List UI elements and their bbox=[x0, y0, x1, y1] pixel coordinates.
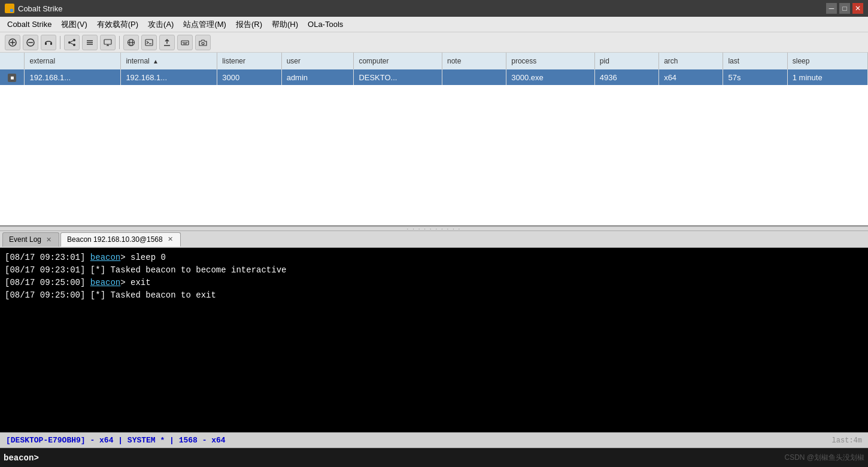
svg-rect-9 bbox=[45, 43, 47, 45]
col-icon bbox=[0, 53, 25, 69]
minimize-button[interactable]: ─ bbox=[826, 3, 837, 14]
beacon-table: external internal ▲ listener user comput… bbox=[0, 53, 868, 85]
headset-button[interactable] bbox=[41, 35, 56, 50]
svg-rect-0 bbox=[6, 5, 9, 8]
add-button[interactable] bbox=[5, 35, 20, 50]
svg-rect-3 bbox=[10, 9, 13, 12]
beacon-table-panel: external internal ▲ listener user comput… bbox=[0, 53, 868, 226]
upload-button[interactable] bbox=[159, 35, 175, 50]
menu-ola-tools[interactable]: OLa-Tools bbox=[304, 19, 347, 30]
row-user: admin bbox=[281, 69, 354, 85]
toolbar bbox=[0, 32, 868, 53]
share-button[interactable] bbox=[64, 35, 80, 50]
col-process[interactable]: process bbox=[506, 53, 595, 69]
console-line-1: [08/17 09:23:01] beacon> sleep 0 bbox=[5, 251, 863, 264]
console-line-3: [08/17 09:25:00] beacon> exit bbox=[5, 277, 863, 289]
tab-event-log-close[interactable]: ✕ bbox=[45, 236, 53, 244]
console-cmd-3: > exit bbox=[120, 278, 150, 287]
svg-rect-29 bbox=[183, 42, 184, 43]
window-controls: ─ □ ✕ bbox=[826, 3, 863, 14]
sort-arrow: ▲ bbox=[153, 58, 159, 65]
sep2 bbox=[119, 36, 120, 49]
tab-beacon-label: Beacon 192.168.10.30@1568 bbox=[67, 235, 163, 244]
title-bar: Cobalt Strike ─ □ ✕ bbox=[0, 0, 868, 17]
main-area: external internal ▲ listener user comput… bbox=[0, 53, 868, 467]
panel-splitter[interactable]: · · · · · · · · · · bbox=[0, 226, 868, 231]
col-arch[interactable]: arch bbox=[659, 53, 723, 69]
title-text: Cobalt Strike bbox=[18, 4, 62, 13]
camera-button[interactable] bbox=[195, 35, 211, 50]
remove-button[interactable] bbox=[23, 35, 38, 50]
svg-line-15 bbox=[71, 43, 73, 44]
menu-bar: Cobalt Strike 视图(V) 有效载荷(P) 攻击(A) 站点管理(M… bbox=[0, 17, 868, 32]
status-bar: [DESKTOP-E79OBH9] - x64 | SYSTEM * | 156… bbox=[0, 432, 868, 448]
maximize-button[interactable]: □ bbox=[839, 3, 850, 14]
row-listener: 3000 bbox=[217, 69, 281, 85]
svg-line-14 bbox=[71, 41, 73, 42]
command-prompt: beacon> bbox=[4, 453, 39, 463]
globe-button[interactable] bbox=[123, 35, 139, 50]
keyboard-button[interactable] bbox=[177, 35, 193, 50]
app-icon bbox=[5, 4, 14, 13]
svg-rect-30 bbox=[184, 42, 186, 43]
list-button[interactable] bbox=[82, 35, 98, 50]
tab-bar: Event Log ✕ Beacon 192.168.10.30@1568 ✕ bbox=[0, 231, 868, 248]
command-bar: beacon> CSDN @划椒鱼头没划椒 bbox=[0, 448, 868, 467]
row-external: 192.168.1... bbox=[25, 69, 121, 85]
title-bar-left: Cobalt Strike bbox=[5, 4, 62, 13]
tab-event-log-label: Event Log bbox=[9, 235, 41, 244]
col-computer[interactable]: computer bbox=[354, 53, 442, 69]
svg-rect-31 bbox=[186, 42, 187, 43]
table-row[interactable]: ■ 192.168.1... 192.168.1... 3000 admin D… bbox=[0, 69, 868, 85]
menu-report[interactable]: 报告(R) bbox=[232, 18, 266, 31]
svg-rect-10 bbox=[50, 43, 52, 45]
console-cmd-1: > sleep 0 bbox=[120, 253, 166, 262]
col-pid[interactable]: pid bbox=[594, 53, 658, 69]
console-line-4: [08/17 09:25:00] [*] Tasked beacon to ex… bbox=[5, 289, 863, 302]
status-right: last:4m bbox=[832, 436, 862, 445]
col-user[interactable]: user bbox=[281, 53, 354, 69]
bottom-panel: Event Log ✕ Beacon 192.168.10.30@1568 ✕ … bbox=[0, 231, 868, 467]
col-internal[interactable]: internal ▲ bbox=[121, 53, 217, 69]
menu-site-management[interactable]: 站点管理(M) bbox=[180, 18, 230, 31]
row-last: 57s bbox=[723, 69, 787, 85]
menu-attack[interactable]: 攻击(A) bbox=[144, 18, 177, 31]
sep1 bbox=[60, 36, 60, 49]
row-icon: ■ bbox=[0, 69, 25, 85]
tab-event-log[interactable]: Event Log ✕ bbox=[2, 232, 59, 247]
menu-view[interactable]: 视图(V) bbox=[57, 18, 90, 31]
monitor-button[interactable] bbox=[100, 35, 116, 50]
row-sleep: 1 minute bbox=[787, 69, 867, 85]
row-pid: 4936 bbox=[594, 69, 658, 85]
command-input[interactable] bbox=[40, 453, 773, 463]
svg-point-13 bbox=[73, 44, 75, 46]
close-button[interactable]: ✕ bbox=[852, 3, 863, 14]
console-beacon-link-3[interactable]: beacon bbox=[90, 278, 120, 287]
console-line-2: [08/17 09:23:01] [*] Tasked beacon to be… bbox=[5, 264, 863, 277]
svg-point-12 bbox=[68, 41, 71, 44]
watermark: CSDN @划椒鱼头没划椒 bbox=[784, 453, 864, 463]
console-timestamp-1: [08/17 09:23:01] bbox=[5, 253, 90, 262]
col-last[interactable]: last bbox=[723, 53, 787, 69]
col-external[interactable]: external bbox=[25, 53, 121, 69]
tab-beacon-close[interactable]: ✕ bbox=[166, 235, 174, 243]
terminal-button[interactable] bbox=[141, 35, 157, 50]
svg-rect-32 bbox=[183, 43, 187, 44]
row-internal: 192.168.1... bbox=[121, 69, 217, 85]
col-note[interactable]: note bbox=[442, 53, 506, 69]
col-listener[interactable]: listener bbox=[217, 53, 281, 69]
status-left: [DESKTOP-E79OBH9] - x64 | SYSTEM * | 156… bbox=[6, 436, 226, 445]
console-output[interactable]: [08/17 09:23:01] beacon> sleep 0 [08/17 … bbox=[0, 248, 868, 432]
menu-cobalt-strike[interactable]: Cobalt Strike bbox=[4, 19, 55, 30]
menu-payload[interactable]: 有效载荷(P) bbox=[93, 18, 142, 31]
row-arch: x64 bbox=[659, 69, 723, 85]
row-process: 3000.exe bbox=[506, 69, 595, 85]
console-beacon-link-1[interactable]: beacon bbox=[90, 253, 120, 262]
col-sleep[interactable]: sleep bbox=[787, 53, 867, 69]
row-note bbox=[442, 69, 506, 85]
row-computer: DESKTO... bbox=[354, 69, 442, 85]
tab-beacon[interactable]: Beacon 192.168.10.30@1568 ✕ bbox=[60, 232, 181, 247]
svg-rect-19 bbox=[104, 40, 111, 44]
svg-rect-1 bbox=[10, 5, 13, 8]
menu-help[interactable]: 帮助(H) bbox=[268, 18, 302, 31]
